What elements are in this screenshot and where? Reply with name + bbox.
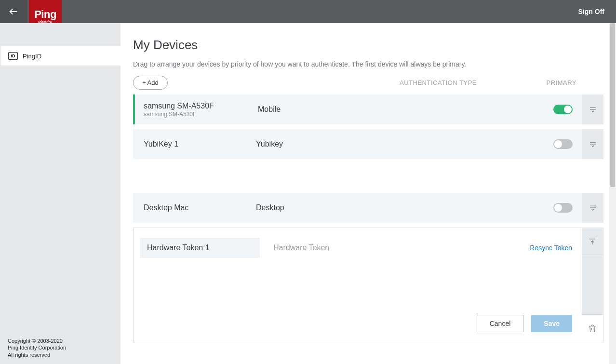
back-button[interactable]: [0, 0, 27, 23]
save-button[interactable]: Save: [531, 315, 572, 332]
device-name: YubiKey 1: [144, 140, 256, 148]
scrollbar-thumb[interactable]: [610, 23, 615, 187]
device-name: samsung SM-A530F: [144, 102, 258, 110]
drag-handle[interactable]: [582, 94, 603, 124]
primary-toggle[interactable]: [553, 105, 573, 114]
sidebar-item-label: PingID: [23, 53, 41, 60]
primary-toggle[interactable]: [553, 203, 573, 213]
cancel-button[interactable]: Cancel: [477, 315, 524, 332]
scrollbar[interactable]: [609, 23, 616, 364]
device-editor: Hardware Token Resync Token Cancel Save: [133, 228, 603, 342]
controls-row: + Add AUTHENTICATION TYPE PRIMARY: [133, 76, 603, 90]
device-subtitle: samsung SM-A530F: [144, 111, 258, 118]
reorder-icon: [589, 105, 597, 114]
main-content: My Devices Drag to arrange your devices …: [121, 23, 616, 364]
reorder-icon: [589, 140, 597, 148]
drag-handle[interactable]: [582, 193, 603, 223]
column-auth-type: AUTHENTICATION TYPE: [400, 79, 477, 86]
page-title: My Devices: [133, 38, 603, 53]
copyright: Copyright © 2003-2020 Ping Identity Corp…: [8, 337, 66, 358]
resync-token-link[interactable]: Resync Token: [530, 244, 572, 252]
top-bar: Ping Identity. Sign Off: [0, 0, 616, 23]
arrow-left-icon: [8, 6, 19, 17]
logo-main: Ping: [34, 8, 56, 21]
trash-icon: [588, 324, 597, 333]
collapse-up-icon: [588, 237, 597, 246]
device-type: Desktop: [256, 203, 284, 212]
sidebar-item-pingid[interactable]: iD PingID: [0, 46, 121, 66]
collapse-button[interactable]: [582, 228, 603, 255]
primary-toggle[interactable]: [553, 139, 573, 149]
device-row[interactable]: samsung SM-A530F samsung SM-A530F Mobile: [133, 94, 603, 124]
page-description: Drag to arrange your devices by priority…: [133, 60, 603, 68]
delete-button[interactable]: [582, 315, 603, 342]
device-row[interactable]: Desktop Mac Desktop: [133, 193, 603, 223]
device-type: Mobile: [258, 105, 281, 114]
pingid-icon: iD: [8, 52, 18, 60]
sign-off-link[interactable]: Sign Off: [578, 8, 604, 15]
drag-handle[interactable]: [582, 129, 603, 159]
column-primary: PRIMARY: [547, 79, 577, 86]
device-row[interactable]: YubiKey 1 Yubikey: [133, 129, 603, 159]
device-name: Desktop Mac: [144, 203, 256, 212]
device-type-label: Hardware Token: [273, 243, 329, 252]
editor-side-controls: [582, 228, 603, 342]
device-type: Yubikey: [256, 140, 283, 148]
add-button[interactable]: + Add: [133, 76, 168, 90]
reorder-icon: [589, 203, 597, 212]
sidebar: iD PingID Copyright © 2003-2020 Ping Ide…: [0, 23, 121, 364]
device-name-input[interactable]: [140, 238, 260, 258]
